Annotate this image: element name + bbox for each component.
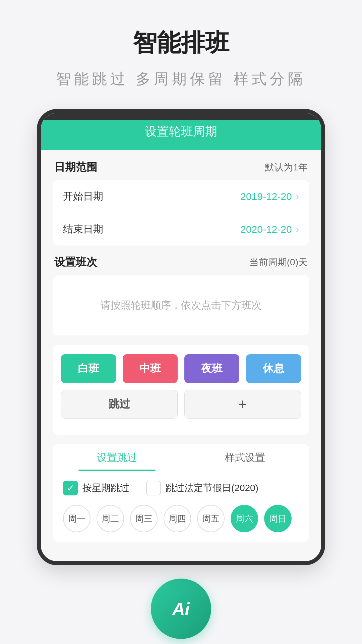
page-subtitle: 智能跳过 多周期保留 样式分隔 [20,69,342,89]
end-date-chevron-icon: › [296,224,299,235]
tab-skip-settings[interactable]: 设置跳过 [53,444,181,471]
tab-bar: 设置跳过 样式设置 [53,444,309,471]
phone-frame: 设置轮班周期 日期范围 默认为1年 开始日期 2019-12-20 › 结束日期 [37,109,325,565]
shift-placeholder-card: 请按照轮班顺序，依次点击下方班次 [53,275,309,335]
page-title: 智能排班 [20,27,342,59]
start-date-value: 2019-12-20 [240,191,292,202]
shift-buttons-card: 白班 中班 夜班 休息 跳过 + [53,345,309,435]
checkbox-row: ✓ 按星期跳过 跳过法定节假日(2020) [63,481,299,495]
phone-screen: 设置轮班周期 日期范围 默认为1年 开始日期 2019-12-20 › 结束日期 [41,113,321,561]
ai-button-text: Ai [172,599,190,619]
tab-style-settings[interactable]: 样式设置 [181,444,309,471]
start-date-label: 开始日期 [63,190,103,203]
weekday-wed[interactable]: 周三 [130,505,158,532]
ai-button-area: Ai [0,565,362,644]
date-section-label: 日期范围 [54,160,97,175]
end-date-row[interactable]: 结束日期 2020-12-20 › [53,213,309,246]
date-section-hint: 默认为1年 [265,161,308,174]
weekday-mon[interactable]: 周一 [63,505,90,532]
shift-placeholder-text: 请按照轮班顺序，依次点击下方班次 [101,299,261,312]
weekday-fri[interactable]: 周五 [197,505,225,532]
page-header: 智能排班 智能跳过 多周期保留 样式分隔 [0,0,362,96]
tab-skip-settings-label: 设置跳过 [97,451,137,465]
shift-btn-night[interactable]: 夜班 [184,354,239,383]
app-header-title: 设置轮班周期 [145,123,217,140]
end-date-value-container: 2020-12-20 › [240,224,299,235]
shift-section-label: 设置班次 [54,255,97,270]
weekday-row: 周一 周二 周三 周四 周五 [63,505,299,532]
date-section-header: 日期范围 默认为1年 [53,160,309,175]
end-date-value: 2020-12-20 [240,224,292,235]
weekday-thu[interactable]: 周四 [164,505,191,532]
tab-content: ✓ 按星期跳过 跳过法定节假日(2020) 周一 [53,471,309,542]
weekly-skip-checkbox-item[interactable]: ✓ 按星期跳过 [63,481,129,495]
shift-section-hint: 当前周期(0)天 [249,256,308,269]
shift-btn-add[interactable]: + [184,390,301,419]
shift-btn-mid[interactable]: 中班 [123,354,178,383]
weekday-sun[interactable]: 周日 [264,505,292,532]
date-card: 开始日期 2019-12-20 › 结束日期 2020-12-20 › [53,180,309,246]
start-date-value-container: 2019-12-20 › [240,191,299,202]
app-header: 设置轮班周期 [41,113,321,150]
tab-style-settings-label: 样式设置 [225,451,265,465]
holiday-skip-checkbox-item[interactable]: 跳过法定节假日(2020) [146,481,258,495]
tab-card: 设置跳过 样式设置 ✓ 按星期跳过 [53,444,309,542]
holiday-skip-label: 跳过法定节假日(2020) [166,482,258,494]
ai-button[interactable]: Ai [151,579,211,639]
end-date-label: 结束日期 [63,222,103,236]
start-date-chevron-icon: › [296,191,299,202]
start-date-row[interactable]: 开始日期 2019-12-20 › [53,180,309,213]
shift-buttons-row-1: 白班 中班 夜班 休息 [61,354,301,383]
shift-btn-rest[interactable]: 休息 [246,354,301,383]
shift-section-header: 设置班次 当前周期(0)天 [53,255,309,270]
shift-buttons-row-2: 跳过 + [61,390,301,419]
weekly-skip-label: 按星期跳过 [82,482,129,494]
app-content: 日期范围 默认为1年 开始日期 2019-12-20 › 结束日期 2020-1… [41,150,321,561]
weekly-skip-checkbox[interactable]: ✓ [63,481,78,495]
weekday-sat[interactable]: 周六 [231,505,258,532]
weekly-skip-check-icon: ✓ [67,483,74,494]
shift-btn-white[interactable]: 白班 [61,354,116,383]
shift-btn-skip[interactable]: 跳过 [61,390,178,419]
weekday-tue[interactable]: 周二 [97,505,124,532]
holiday-skip-checkbox[interactable] [146,481,161,495]
